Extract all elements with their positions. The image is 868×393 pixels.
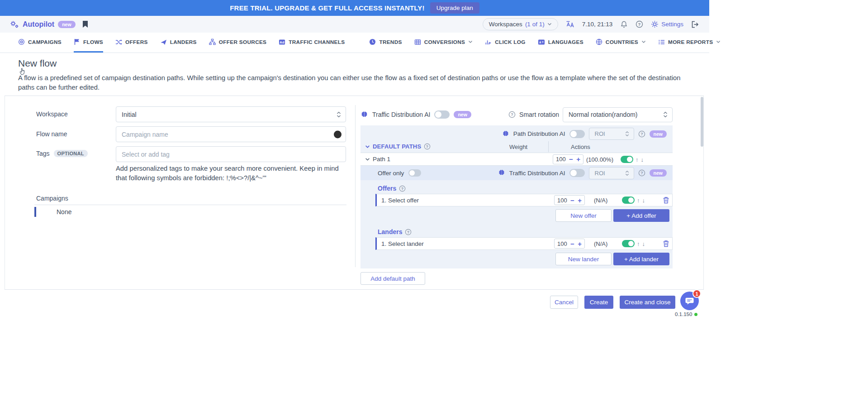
path-weight-value[interactable]: 100 — [556, 156, 566, 163]
offer-name[interactable]: 1. Select offer — [381, 197, 419, 204]
add-offer-button[interactable]: + Add offer — [613, 209, 669, 222]
globe-icon — [596, 38, 602, 45]
svg-text:?: ? — [407, 230, 409, 234]
move-down-arrow[interactable]: ↓ — [641, 156, 644, 163]
bookmark-icon[interactable] — [82, 20, 89, 28]
lander-weight-value[interactable]: 100 — [557, 240, 567, 247]
smart-rotation-value: Normal rotation(random) — [569, 111, 663, 118]
smart-rotation-select[interactable]: Normal rotation(random) — [563, 107, 673, 122]
trash-icon[interactable] — [663, 240, 669, 247]
offer-only-toggle[interactable] — [408, 169, 421, 177]
move-up-arrow[interactable]: ↑ — [637, 197, 640, 204]
help-circle-icon[interactable]: ? — [424, 143, 431, 150]
move-up-arrow[interactable]: ↑ — [636, 156, 639, 163]
help-circle-icon[interactable]: ? — [399, 185, 406, 192]
tab-languages[interactable]: LANGUAGES — [538, 33, 583, 53]
path-ai-toggle[interactable] — [569, 130, 585, 138]
color-dot[interactable] — [334, 130, 342, 138]
roi-select[interactable]: ROI — [589, 167, 634, 179]
chevron-down-icon[interactable] — [365, 158, 370, 161]
brain-icon — [502, 130, 509, 138]
settings-label: Settings — [661, 21, 683, 28]
tab-flows[interactable]: FLOWS — [74, 33, 103, 53]
lander-buttons-row: New lander + Add lander — [360, 253, 669, 265]
workspace-select[interactable]: Initial — [116, 106, 346, 122]
weight-plus-button[interactable]: + — [576, 156, 580, 163]
tags-label-row: Tags OPTIONAL — [36, 150, 88, 157]
workspaces-dropdown[interactable]: Workspaces (1 of 1) — [483, 18, 558, 30]
chevron-down-icon — [641, 40, 646, 43]
tab-label: TRENDS — [379, 39, 402, 45]
workspaces-label: Workspaces — [489, 21, 522, 28]
help-circle-icon[interactable]: ? — [638, 169, 645, 177]
create-and-close-button[interactable]: Create and close — [620, 296, 675, 309]
tab-offers[interactable]: OFFERS — [115, 33, 148, 53]
roi-select[interactable]: ROI — [589, 128, 634, 140]
new-offer-button[interactable]: New offer — [555, 209, 612, 222]
tags-help-text: Add personalized tags to make your searc… — [116, 164, 346, 182]
flow-name-input[interactable] — [116, 126, 346, 142]
new-lander-button[interactable]: New lander — [555, 253, 612, 265]
paper-plane-icon — [160, 39, 167, 45]
brand-name: Autopilot — [23, 20, 54, 29]
main-nav: CAMPAIGNS FLOWS OFFERS LANDERS OFFER SOU… — [0, 33, 709, 53]
bell-icon[interactable] — [620, 20, 628, 29]
weight-plus-button[interactable]: + — [578, 197, 582, 204]
weight-minus-button[interactable]: − — [570, 240, 574, 247]
move-up-arrow[interactable]: ↑ — [637, 240, 640, 247]
tab-label: TRAFFIC CHANNELS — [289, 39, 345, 45]
tab-offer-sources[interactable]: OFFER SOURCES — [209, 33, 267, 53]
lander-name[interactable]: 1. Select lander — [381, 240, 424, 247]
tags-input[interactable] — [116, 146, 346, 162]
add-lander-button[interactable]: + Add lander — [613, 253, 669, 265]
svg-text:?: ? — [426, 144, 428, 149]
page-description: A flow is a predefined set of campaign d… — [18, 73, 691, 92]
landers-section-title: Landers ? — [360, 228, 673, 236]
add-default-path-button[interactable]: Add default path — [360, 272, 425, 285]
tab-campaigns[interactable]: CAMPAIGNS — [18, 33, 62, 53]
traffic-ai-toggle[interactable] — [434, 110, 450, 119]
autopilot-brand[interactable]: Autopilot new — [10, 20, 76, 29]
help-circle-icon[interactable]: ? — [508, 111, 516, 118]
shuffle-icon — [115, 39, 122, 45]
path-enabled-toggle[interactable] — [621, 156, 633, 163]
tab-click-log[interactable]: CLICK LOG — [485, 33, 526, 53]
campaigns-left-bar — [34, 207, 36, 217]
weight-minus-button[interactable]: − — [569, 156, 573, 163]
lander-enabled-toggle[interactable] — [622, 240, 635, 247]
svg-text:?: ? — [511, 112, 513, 117]
chat-widget-button[interactable]: 1 — [680, 292, 699, 310]
help-icon[interactable]: ? — [636, 20, 643, 28]
upgrade-plan-button[interactable]: Upgrade plan — [430, 2, 479, 14]
move-down-arrow[interactable]: ↓ — [642, 197, 645, 204]
tab-more-reports[interactable]: MORE REPORTS — [658, 33, 721, 53]
settings-button[interactable]: Settings — [651, 20, 683, 28]
help-circle-icon[interactable]: ? — [638, 130, 645, 138]
path-weight-percent: (100.00%) — [586, 156, 613, 163]
chevron-down-icon[interactable] — [365, 145, 370, 149]
offer-weight-value[interactable]: 100 — [557, 197, 567, 204]
chevron-down-icon — [716, 40, 721, 43]
lander-row: 1. Select lander 100 − + (N/A) ↑ ↓ — [375, 237, 673, 250]
offer-enabled-toggle[interactable] — [622, 196, 635, 204]
path-traffic-ai-toggle[interactable] — [569, 169, 585, 177]
screen: FREE TRIAL. UPGRADE & GET FULL ACCESS IN… — [0, 0, 868, 393]
tab-conversions[interactable]: CONVERSIONS — [414, 33, 473, 53]
scrollbar-thumb[interactable] — [701, 97, 703, 147]
default-paths-title: DEFAULT PATHS ? — [365, 143, 431, 150]
tab-traffic-channels[interactable]: Ad TRAFFIC CHANNELS — [279, 33, 345, 53]
roi-value: ROI — [595, 170, 625, 177]
help-circle-icon[interactable]: ? — [405, 229, 412, 235]
logout-icon[interactable] — [691, 21, 699, 28]
trash-icon[interactable] — [663, 196, 669, 204]
tab-landers[interactable]: LANDERS — [160, 33, 197, 53]
cancel-button[interactable]: Cancel — [550, 296, 578, 309]
weight-minus-button[interactable]: − — [570, 197, 574, 204]
weight-plus-button[interactable]: + — [578, 240, 582, 247]
move-down-arrow[interactable]: ↓ — [642, 240, 645, 247]
column-divider — [355, 105, 356, 267]
tab-trends[interactable]: TRENDS — [369, 33, 402, 53]
tab-countries[interactable]: COUNTRIES — [596, 33, 646, 53]
create-button[interactable]: Create — [584, 296, 613, 309]
translate-icon[interactable] — [566, 20, 574, 28]
